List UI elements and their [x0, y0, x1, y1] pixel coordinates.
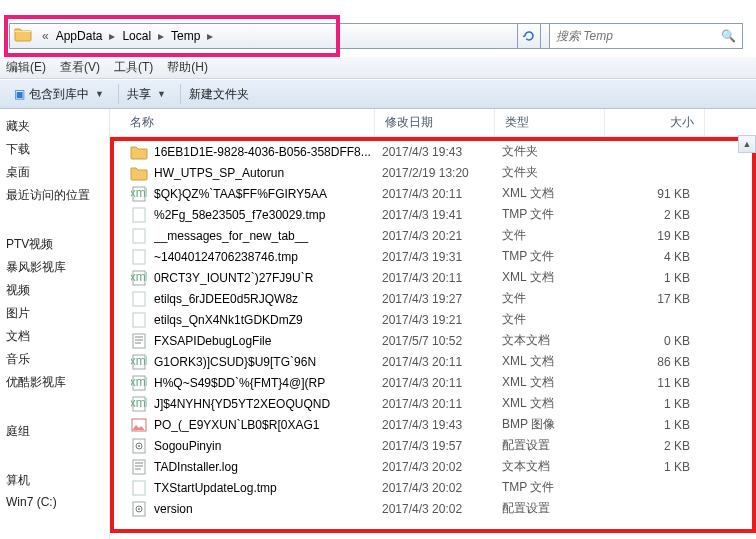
file-size: 2 KB: [612, 439, 702, 453]
cfg-icon: [130, 437, 148, 455]
file-date: 2017/4/3 19:27: [382, 292, 502, 306]
sidebar-lib-6[interactable]: 优酷影视库: [0, 371, 109, 394]
file-row[interactable]: TXStartUpdateLog.tmp2017/4/3 20:02TMP 文件: [114, 477, 752, 498]
file-date: 2017/4/3 20:02: [382, 460, 502, 474]
file-row[interactable]: SogouPinyin2017/4/3 19:57配置设置2 KB: [114, 435, 752, 456]
new-folder-button[interactable]: 新建文件夹: [185, 86, 259, 103]
file-row[interactable]: xmlJ]$4NYHN{YD5YT2XEOQUQND2017/4/3 20:11…: [114, 393, 752, 414]
file-row[interactable]: etilqs_QnX4Nk1tGDKDmZ92017/4/3 19:21文件: [114, 309, 752, 330]
file-type: XML 文档: [502, 395, 612, 412]
svg-text:xml: xml: [131, 354, 147, 368]
search-icon: 🔍: [715, 29, 742, 43]
svg-rect-2: [133, 208, 145, 222]
file-type: BMP 图像: [502, 416, 612, 433]
file-row[interactable]: HW_UTPS_SP_Autorun2017/2/19 13:20文件夹: [114, 162, 752, 183]
new-folder-label: 新建文件夹: [189, 86, 249, 103]
col-date[interactable]: 修改日期: [375, 109, 495, 136]
file-name: TXStartUpdateLog.tmp: [154, 481, 382, 495]
file-type: 文件: [502, 311, 612, 328]
sidebar-lib-3[interactable]: 图片: [0, 302, 109, 325]
file-row[interactable]: TADInstaller.log2017/4/3 20:02文本文档1 KB: [114, 456, 752, 477]
search-input[interactable]: [550, 29, 715, 43]
svg-rect-7: [133, 292, 145, 306]
breadcrumb-seg-2[interactable]: Temp: [168, 29, 203, 43]
share-button[interactable]: 共享 ▼: [123, 86, 176, 103]
file-size: 1 KB: [612, 397, 702, 411]
file-icon: [130, 227, 148, 245]
refresh-button[interactable]: [517, 23, 541, 49]
file-size: 11 KB: [612, 376, 702, 390]
chevron-right-icon[interactable]: ▸: [105, 29, 119, 43]
file-icon: [130, 311, 148, 329]
scrollbar-up[interactable]: ▲: [738, 135, 756, 153]
file-name: FXSAPIDebugLogFile: [154, 334, 382, 348]
sidebar-group-0[interactable]: 庭组: [0, 420, 109, 443]
sidebar-lib-1[interactable]: 暴风影视库: [0, 256, 109, 279]
file-row[interactable]: version2017/4/3 20:02配置设置: [114, 498, 752, 519]
txt-icon: [130, 332, 148, 350]
sidebar-lib-0[interactable]: PTV视频: [0, 233, 109, 256]
svg-rect-20: [133, 460, 145, 474]
file-size: 1 KB: [612, 418, 702, 432]
file-date: 2017/4/3 20:11: [382, 355, 502, 369]
breadcrumb-seg-1[interactable]: Local: [119, 29, 154, 43]
dropdown-icon: ▼: [95, 89, 104, 99]
folder-icon: [14, 26, 34, 46]
file-size: 2 KB: [612, 208, 702, 222]
sidebar-lib-4[interactable]: 文档: [0, 325, 109, 348]
menu-help[interactable]: 帮助(H): [167, 59, 208, 76]
file-icon: [130, 290, 148, 308]
sidebar-lib-2[interactable]: 视频: [0, 279, 109, 302]
sidebar-fav-1[interactable]: 下载: [0, 138, 109, 161]
menu-view[interactable]: 查看(V): [60, 59, 100, 76]
xml-icon: xml: [130, 353, 148, 371]
organize-button[interactable]: ▣ 包含到库中 ▼: [10, 86, 114, 103]
file-row[interactable]: FXSAPIDebugLogFile2017/5/7 10:52文本文档0 KB: [114, 330, 752, 351]
organize-icon: ▣: [14, 87, 25, 101]
xml-icon: xml: [130, 185, 148, 203]
breadcrumb-seg-0[interactable]: AppData: [53, 29, 106, 43]
file-list: 16EB1D1E-9828-4036-B056-358DFF8...2017/4…: [114, 141, 752, 519]
col-type[interactable]: 类型: [495, 109, 605, 136]
file-name: TADInstaller.log: [154, 460, 382, 474]
svg-rect-8: [133, 313, 145, 327]
file-date: 2017/4/3 19:41: [382, 208, 502, 222]
separator: [180, 84, 181, 104]
content-area: 名称 修改日期 类型 大小 16EB1D1E-9828-4036-B056-35…: [110, 109, 756, 539]
file-row[interactable]: xml$QK}QZ%`TAA$FF%FGIRY5AA2017/4/3 20:11…: [114, 183, 752, 204]
col-size[interactable]: 大小: [605, 109, 705, 136]
sidebar-fav-0[interactable]: 藏夹: [0, 115, 109, 138]
file-row[interactable]: xml0RCT3Y_IOUNT2`)27FJ9U`R2017/4/3 20:11…: [114, 267, 752, 288]
svg-rect-4: [133, 250, 145, 264]
file-row[interactable]: xmlH%Q~S49$DD`%{FMT}4@](RP2017/4/3 20:11…: [114, 372, 752, 393]
file-type: 配置设置: [502, 437, 612, 454]
file-row[interactable]: %2Fg_58e23505_f7e30029.tmp2017/4/3 19:41…: [114, 204, 752, 225]
search-box[interactable]: 🔍: [549, 23, 743, 49]
file-date: 2017/4/3 20:02: [382, 502, 502, 516]
menu-bar: 编辑(E) 查看(V) 工具(T) 帮助(H): [0, 57, 756, 79]
toolbar: ▣ 包含到库中 ▼ 共享 ▼ 新建文件夹: [0, 79, 756, 109]
chevron-right-icon[interactable]: ▸: [203, 29, 217, 43]
sidebar-computer-0[interactable]: 算机: [0, 469, 109, 492]
svg-rect-21: [133, 481, 145, 495]
file-row[interactable]: 16EB1D1E-9828-4036-B056-358DFF8...2017/4…: [114, 141, 752, 162]
file-row[interactable]: __messages_for_new_tab__2017/4/3 20:21文件…: [114, 225, 752, 246]
file-row[interactable]: PO_(_E9YXUN`LB0$R[0XAG12017/4/3 19:43BMP…: [114, 414, 752, 435]
nav-sidebar: 藏夹下载桌面最近访问的位置 PTV视频暴风影视库视频图片文档音乐优酷影视库 庭组…: [0, 109, 110, 539]
sidebar-fav-2[interactable]: 桌面: [0, 161, 109, 184]
chevron-right-icon[interactable]: ▸: [154, 29, 168, 43]
sidebar-lib-5[interactable]: 音乐: [0, 348, 109, 371]
svg-text:xml: xml: [131, 270, 147, 284]
col-name[interactable]: 名称: [110, 109, 375, 136]
file-date: 2017/4/3 19:43: [382, 418, 502, 432]
file-row[interactable]: xmlG1ORK3)]CSUD}$U9[TG`96N2017/4/3 20:11…: [114, 351, 752, 372]
sidebar-fav-3[interactable]: 最近访问的位置: [0, 184, 109, 207]
file-type: XML 文档: [502, 185, 612, 202]
menu-edit[interactable]: 编辑(E): [6, 59, 46, 76]
file-date: 2017/4/3 19:57: [382, 439, 502, 453]
menu-tools[interactable]: 工具(T): [114, 59, 153, 76]
file-type: XML 文档: [502, 269, 612, 286]
file-row[interactable]: ~14040124706238746.tmp2017/4/3 19:31TMP …: [114, 246, 752, 267]
sidebar-computer-1[interactable]: Win7 (C:): [0, 492, 109, 512]
file-row[interactable]: etilqs_6rJDEE0d5RJQW8z2017/4/3 19:27文件17…: [114, 288, 752, 309]
